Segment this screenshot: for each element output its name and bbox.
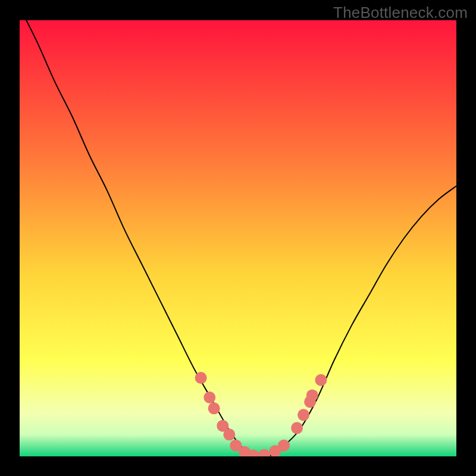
data-marker <box>248 450 259 462</box>
chart-frame: TheBottleneck.com <box>0 0 476 476</box>
data-marker <box>306 389 318 401</box>
data-marker <box>298 409 309 421</box>
data-marker <box>203 392 215 403</box>
data-marker <box>258 449 270 461</box>
bottleneck-chart <box>0 0 476 476</box>
data-marker <box>291 422 303 434</box>
data-marker <box>195 372 207 384</box>
data-marker <box>278 440 290 452</box>
data-marker <box>315 374 327 386</box>
watermark: TheBottleneck.com <box>333 4 468 22</box>
plot-background <box>20 20 456 456</box>
data-marker <box>223 428 235 440</box>
data-marker <box>208 402 220 414</box>
